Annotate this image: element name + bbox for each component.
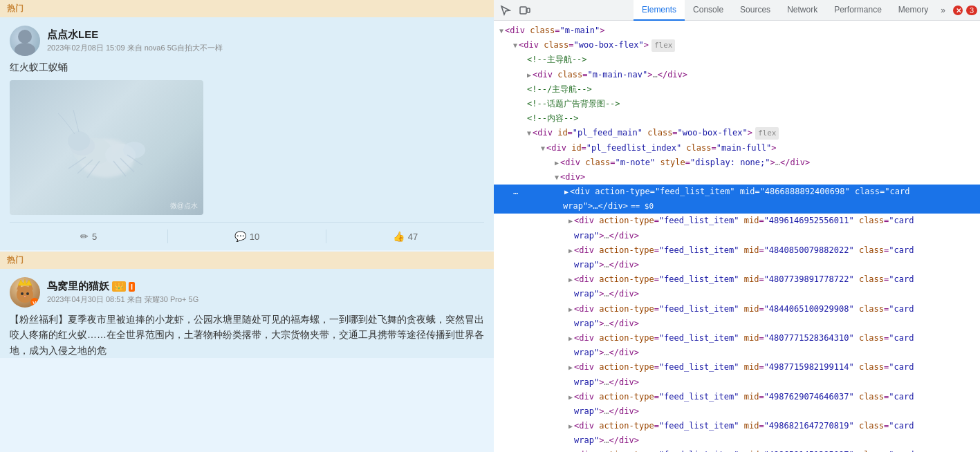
svg-point-6 xyxy=(123,142,145,158)
devtools-panel: Elements Console Sources Network Perform… xyxy=(494,0,980,452)
triangle-icon[interactable]: ▼ xyxy=(541,143,545,154)
post-image-1[interactable]: 微@点水 xyxy=(10,80,203,215)
svg-point-19 xyxy=(26,292,29,295)
error-icon: ✕ xyxy=(952,5,963,16)
weibo-feed: 热门 点点水LEE 2023年02月08日 15:09 来自 nova6 5G自… xyxy=(0,0,494,452)
dom-line-13-cont[interactable]: wrap"> … </div> xyxy=(494,229,980,243)
dom-line-18-cont[interactable]: wrap"> … </div> xyxy=(494,375,980,390)
dom-line-7[interactable]: <!--内容--> xyxy=(494,111,980,126)
triangle-icon[interactable]: ▼ xyxy=(499,26,503,37)
tab-console[interactable]: Console xyxy=(685,0,732,21)
triangle-icon[interactable]: ▶ xyxy=(568,304,573,315)
dom-line-4[interactable]: ▶ <div class="m-main-nav"> … </div> xyxy=(494,68,980,82)
dom-line-21[interactable]: ▶ <div action-type="feed_list_item" mid=… xyxy=(494,448,980,452)
svg-point-18 xyxy=(21,292,24,295)
post-text-1: 红火蚁工蚁蛹 xyxy=(10,60,484,75)
dom-line-17-cont[interactable]: wrap"> … </div> xyxy=(494,346,980,360)
svg-point-0 xyxy=(18,30,32,44)
dom-line-5[interactable]: <!--/主导航--> xyxy=(494,82,980,97)
triangle-icon[interactable]: ▶ xyxy=(568,392,573,403)
hot-label-1: 热门 xyxy=(0,0,494,17)
dom-line-14[interactable]: ▶ <div action-type="feed_list_item" mid=… xyxy=(494,243,980,258)
triangle-icon[interactable]: ▶ xyxy=(527,70,531,81)
triangle-icon[interactable]: ▼ xyxy=(527,128,531,139)
dom-line-16-cont[interactable]: wrap"> … </div> xyxy=(494,317,980,331)
dom-line-19-cont[interactable]: wrap"> … </div> xyxy=(494,404,980,419)
post-actions-1: ✏ 5 💬 10 👍 47 xyxy=(10,222,484,250)
dom-line-3[interactable]: <!--主导航--> xyxy=(494,53,980,67)
dom-line-15[interactable]: ▶ <div action-type="feed_list_item" mid=… xyxy=(494,272,980,287)
post-meta-2: 2023年04月30日 08:51 来自 荣耀30 Pro+ 5G xyxy=(47,294,198,305)
dom-line-20-cont[interactable]: wrap"> … </div> xyxy=(494,433,980,448)
triangle-icon[interactable]: ▶ xyxy=(568,274,573,285)
dom-line-12-selected[interactable]: … ▶ <div action-type="feed_list_item" mi… xyxy=(494,185,980,199)
triangle-icon[interactable]: ▼ xyxy=(555,172,559,183)
tab-network[interactable]: Network xyxy=(779,0,826,21)
post-card-2: V 鸟窝里的猫妖 👑 I 2023年04月30日 08:51 来自 荣耀30 P… xyxy=(0,269,494,358)
dom-line-11[interactable]: ▼ <div> xyxy=(494,170,980,185)
triangle-icon[interactable]: ▶ xyxy=(564,187,568,198)
tab-elements[interactable]: Elements xyxy=(634,0,685,21)
dom-line-17[interactable]: ▶ <div action-type="feed_list_item" mid=… xyxy=(494,331,980,346)
svg-rect-24 xyxy=(527,8,530,12)
v-badge: I xyxy=(129,282,135,292)
avatar-2: V xyxy=(10,277,40,308)
triangle-icon[interactable]: ▶ xyxy=(568,333,573,344)
triangle-icon[interactable]: ▶ xyxy=(568,362,573,373)
tab-sources[interactable]: Sources xyxy=(732,0,779,21)
like-icon: 👍 xyxy=(393,231,405,242)
repost-btn[interactable]: ✏ 5 xyxy=(10,228,167,245)
comment-btn[interactable]: 💬 10 xyxy=(168,228,326,245)
user-info-2: 鸟窝里的猫妖 👑 I 2023年04月30日 08:51 来自 荣耀30 Pro… xyxy=(47,280,198,305)
like-count: 47 xyxy=(408,232,418,242)
triangle-icon[interactable]: ▼ xyxy=(513,40,517,51)
ellipsis-dots: … xyxy=(513,185,523,198)
dom-line-8[interactable]: ▼ <div id="pl_feed_main" class="woo-box-… xyxy=(494,126,980,140)
devtools-toolbar-icons xyxy=(497,1,534,19)
svg-text:✕: ✕ xyxy=(956,7,961,15)
dom-line-12-selected-cont[interactable]: wrap"> … </div> == $0 xyxy=(494,199,980,214)
crown-badge: 👑 xyxy=(112,281,126,292)
dom-line-13[interactable]: ▶ <div action-type="feed_list_item" mid=… xyxy=(494,214,980,228)
dom-line-1[interactable]: ▼ <div class="m-main"> xyxy=(494,23,980,38)
tab-performance[interactable]: Performance xyxy=(826,0,890,21)
repost-count: 5 xyxy=(92,232,97,242)
dom-line-14-cont[interactable]: wrap"> … </div> xyxy=(494,258,980,272)
triangle-icon[interactable]: ▶ xyxy=(568,421,573,432)
post-card-1: 点点水LEE 2023年02月08日 15:09 来自 nova6 5G自拍大不… xyxy=(0,17,494,250)
dom-line-16[interactable]: ▶ <div action-type="feed_list_item" mid=… xyxy=(494,302,980,317)
dom-line-2[interactable]: ▼ <div class="woo-box-flex"> flex xyxy=(494,38,980,53)
like-btn[interactable]: 👍 47 xyxy=(326,228,484,245)
hot-label-2: 热门 xyxy=(0,252,494,269)
inspect-element-icon[interactable] xyxy=(497,1,515,19)
image-watermark: 微@点水 xyxy=(170,201,198,211)
post-text-2: 【粉丝福利】夏季夜市里被迫捧的小龙虾，公园水塘里随处可见的福寿螺，一到哪到处飞舞… xyxy=(10,312,484,358)
user-info-1: 点点水LEE 2023年02月08日 15:09 来自 nova6 5G自拍大不… xyxy=(47,28,223,53)
dom-line-9[interactable]: ▼ <div id="pl_feedlist_index" class="mai… xyxy=(494,141,980,156)
dom-line-18[interactable]: ▶ <div action-type="feed_list_item" mid=… xyxy=(494,360,980,375)
tab-memory[interactable]: Memory xyxy=(890,0,936,21)
svg-text:V: V xyxy=(33,300,37,306)
triangle-icon[interactable]: ▶ xyxy=(568,216,573,227)
device-toggle-icon[interactable] xyxy=(516,1,534,19)
dom-line-6[interactable]: <!--话题广告背景图--> xyxy=(494,97,980,111)
dom-line-19[interactable]: ▶ <div action-type="feed_list_item" mid=… xyxy=(494,390,980,404)
username-2[interactable]: 鸟窝里的猫妖 👑 I xyxy=(47,280,198,293)
dom-line-10[interactable]: ▶ <div class="m-note" style="display: no… xyxy=(494,156,980,170)
post-meta-1: 2023年02月08日 15:09 来自 nova6 5G自拍大不一样 xyxy=(47,43,223,53)
post-header-1: 点点水LEE 2023年02月08日 15:09 来自 nova6 5G自拍大不… xyxy=(10,26,484,56)
dom-line-20[interactable]: ▶ <div action-type="feed_list_item" mid=… xyxy=(494,419,980,433)
post-header-2: V 鸟窝里的猫妖 👑 I 2023年04月30日 08:51 来自 荣耀30 P… xyxy=(10,277,484,308)
dom-line-15-cont[interactable]: wrap"> … </div> xyxy=(494,287,980,301)
triangle-icon[interactable]: ▶ xyxy=(555,158,559,169)
dollar-zero: == $0 xyxy=(631,200,654,213)
error-count: 3 xyxy=(966,6,977,15)
dom-tree[interactable]: ▼ <div class="m-main"> ▼ <div class="woo… xyxy=(494,21,980,452)
post-image-bg xyxy=(10,80,203,215)
avatar-1 xyxy=(10,26,40,56)
comment-icon: 💬 xyxy=(234,231,246,242)
more-tabs-btn[interactable]: » xyxy=(936,6,950,15)
devtools-tabbar: Elements Console Sources Network Perform… xyxy=(494,0,980,21)
triangle-icon[interactable]: ▶ xyxy=(568,245,573,256)
username-1[interactable]: 点点水LEE xyxy=(47,28,223,41)
